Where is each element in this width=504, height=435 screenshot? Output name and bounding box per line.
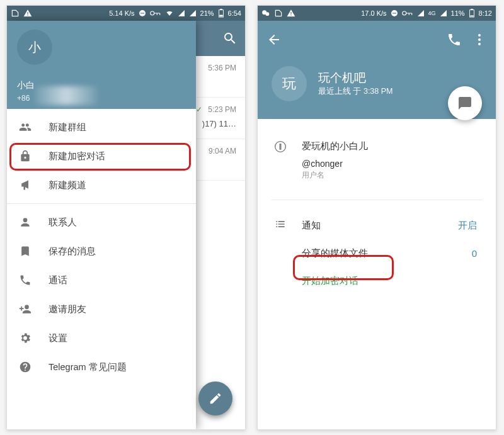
svg-point-14: [478, 34, 481, 37]
megaphone-icon: [18, 178, 32, 192]
status-time: 8:12: [479, 9, 492, 17]
signal2-icon: [189, 9, 197, 17]
help-icon: [18, 360, 32, 374]
signal2-icon: [440, 9, 447, 17]
svg-point-15: [478, 38, 481, 41]
chat-time: 5:36 PM: [208, 64, 236, 72]
lock-icon: [18, 149, 32, 163]
menu-saved-messages[interactable]: 保存的消息: [7, 237, 196, 266]
more-button[interactable]: [472, 32, 487, 47]
menu-new-secret-chat[interactable]: 新建加密对话: [7, 142, 196, 171]
svg-rect-12: [471, 9, 473, 10]
list-icon: [274, 218, 288, 232]
new-message-fab[interactable]: [198, 381, 232, 415]
status-battery: 21%: [200, 9, 214, 17]
menu-calls[interactable]: 通话: [7, 266, 196, 295]
gear-icon: [18, 331, 32, 345]
username-label: 用户名: [302, 170, 482, 181]
menu-new-group[interactable]: 新建群组: [7, 113, 196, 142]
bookmark-icon: [18, 244, 32, 258]
row-label: 通知: [302, 220, 321, 232]
battery-icon: [218, 9, 224, 18]
profile-body: 爱玩机的小白儿 @chonger 用户名 通知 开启 分享的媒体文件 0 开始加…: [258, 119, 496, 295]
status-time: 6:54: [228, 9, 241, 17]
signal-icon: [178, 9, 185, 17]
group-icon: [18, 120, 32, 134]
battery-icon: [469, 9, 475, 18]
status-battery: 11%: [451, 9, 465, 17]
svg-rect-4: [220, 9, 222, 10]
profile-title: 玩个机吧: [318, 70, 366, 86]
svg-rect-1: [140, 13, 144, 14]
row-value: 0: [472, 248, 477, 259]
status-bar: 5.14 K/s 21% 6:54: [7, 6, 245, 21]
drawer-header: 小 小白 +86: [7, 21, 196, 109]
username[interactable]: @chonger: [302, 159, 482, 169]
message-fab[interactable]: [448, 86, 482, 120]
status-net: 4G: [428, 10, 436, 16]
phone-left: 5.14 K/s 21% 6:54 5:36 PM ✓ 5:23 PM: [6, 5, 246, 430]
menu-invite-friends[interactable]: 邀请朋友: [7, 295, 196, 324]
svg-rect-13: [470, 16, 473, 17]
menu-contacts[interactable]: 联系人: [7, 208, 196, 237]
menu-label: 设置: [49, 332, 67, 344]
row-label: 分享的媒体文件: [302, 247, 368, 259]
svg-point-7: [265, 12, 269, 16]
menu-new-channel[interactable]: 新建频道: [7, 171, 196, 200]
menu-faq[interactable]: Telegram 常见问题: [7, 353, 196, 381]
row-value: 开启: [458, 220, 477, 232]
dnd-icon: [391, 9, 398, 17]
status-speed: 17.0 K/s: [361, 9, 386, 17]
warning-icon: [287, 9, 295, 18]
sim-icon: [11, 9, 20, 18]
blur-overlay: [35, 86, 98, 105]
drawer-menu: 新建群组 新建加密对话 新建频道 联系人 保存的消息: [7, 109, 196, 381]
info-icon: [274, 140, 288, 154]
vpn-icon: [402, 9, 413, 17]
chat-time: 5:23 PM: [208, 105, 236, 114]
wifi-icon: [165, 9, 174, 17]
chat-preview: )17) 11…: [202, 119, 236, 128]
status-bar: 17.0 K/s 4G 11% 8:12: [258, 6, 496, 21]
start-secret-chat-row[interactable]: 开始加密对话: [272, 267, 482, 295]
menu-label: 新建频道: [49, 179, 86, 191]
chat-time: 9:04 AM: [209, 147, 236, 155]
menu-label: 保存的消息: [49, 246, 96, 257]
search-icon[interactable]: [222, 31, 238, 46]
warning-icon: [23, 9, 32, 18]
shared-media-row[interactable]: 分享的媒体文件 0: [272, 239, 482, 267]
avatar[interactable]: 玩: [272, 66, 307, 101]
avatar[interactable]: 小: [17, 30, 52, 65]
wechat-icon: [261, 9, 270, 18]
navigation-drawer: 小 小白 +86 新建群组 新建加密对话 新建频道: [7, 21, 196, 429]
call-button[interactable]: [447, 32, 462, 47]
menu-label: 通话: [49, 274, 67, 286]
profile-subtitle: 最近上线 于 3:38 PM: [318, 86, 393, 97]
status-speed: 5.14 K/s: [109, 9, 134, 17]
display-name: 爱玩机的小白儿: [302, 140, 482, 152]
notifications-row[interactable]: 通知 开启: [272, 212, 482, 239]
menu-label: 联系人: [49, 217, 77, 229]
dnd-icon: [139, 9, 146, 17]
drawer-user-name: 小白: [17, 80, 35, 91]
svg-point-10: [402, 11, 406, 15]
row-label: 开始加密对话: [302, 275, 358, 287]
svg-rect-5: [219, 15, 222, 17]
svg-point-16: [478, 43, 481, 45]
svg-rect-9: [392, 13, 396, 14]
person-icon: [18, 215, 32, 229]
phone-icon: [18, 273, 32, 287]
check-icon: ✓: [196, 105, 202, 114]
menu-label: 新建加密对话: [49, 150, 105, 162]
menu-label: 新建群组: [49, 121, 86, 133]
signal-icon: [417, 9, 425, 17]
menu-label: 邀请朋友: [49, 303, 86, 315]
menu-settings[interactable]: 设置: [7, 324, 196, 353]
divider: [272, 200, 482, 200]
sim-icon: [274, 9, 283, 18]
phone-right: 17.0 K/s 4G 11% 8:12 玩 玩个机吧 最近上线 于 3:38 …: [257, 5, 496, 430]
back-button[interactable]: [266, 32, 282, 47]
vpn-icon: [150, 9, 161, 17]
person-add-icon: [18, 302, 32, 316]
drawer-user-phone: +86: [17, 94, 30, 103]
